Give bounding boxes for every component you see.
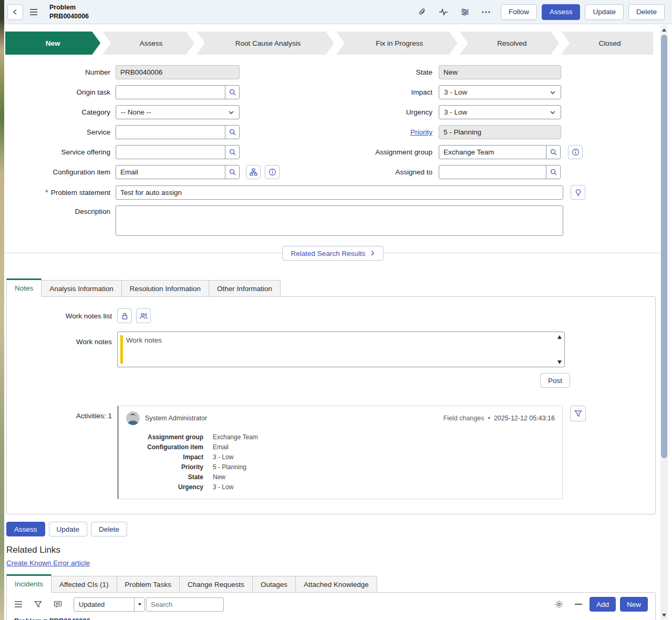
list-sort-select[interactable]: Updated (74, 597, 145, 612)
description-field[interactable] (116, 205, 563, 236)
stage-closed[interactable]: Closed (561, 32, 653, 55)
origin-task-field[interactable] (116, 85, 225, 99)
category-value: -- None -- (121, 108, 225, 116)
scrollbar-up-icon[interactable] (660, 26, 668, 34)
change-value: 5 - Planning (213, 462, 246, 472)
suggestion-button[interactable] (571, 185, 585, 200)
record-type: Problem (49, 3, 89, 12)
scrollbar-down-icon[interactable] (660, 612, 668, 619)
impact-value: 3 - Low (444, 88, 546, 96)
service-lookup-button[interactable] (225, 125, 240, 139)
add-button[interactable]: Add (590, 597, 616, 612)
change-value: New (213, 472, 225, 482)
tab-notes[interactable]: Notes (6, 278, 42, 297)
problem-form-window: Problem PRB0040006 Follow Assess Update … (4, 0, 672, 620)
related-search-results-button[interactable]: Related Search Results (282, 246, 384, 261)
update-button-footer[interactable]: Update (49, 522, 88, 536)
change-field: Assignment group (126, 432, 203, 442)
search-icon (550, 168, 557, 176)
list-settings-gear-icon[interactable] (555, 600, 563, 608)
delete-button-footer[interactable]: Delete (91, 522, 127, 536)
activity-filter-button[interactable] (570, 406, 586, 421)
update-button[interactable]: Update (585, 4, 624, 20)
assignment-group-field[interactable] (439, 145, 546, 159)
urgency-select[interactable]: 3 - Low (439, 105, 561, 119)
post-button[interactable]: Post (540, 373, 570, 388)
stage-assess[interactable]: Assess (102, 32, 194, 55)
change-value: Exchange Team (213, 432, 258, 442)
list-search-input[interactable] (146, 597, 224, 612)
state-label: State (326, 68, 439, 76)
more-options-icon[interactable] (482, 11, 490, 13)
service-offering-field[interactable] (116, 145, 225, 159)
scrollbar-thumb[interactable] (661, 35, 667, 458)
new-button[interactable]: New (620, 597, 648, 612)
assigned-to-label: Assigned to (326, 168, 439, 176)
assigned-to-lookup-button[interactable] (546, 165, 561, 179)
tab-other-information[interactable]: Other Information (209, 280, 281, 297)
tab-problem-tasks[interactable]: Problem Tasks (117, 576, 180, 593)
work-notes-private-button[interactable] (117, 308, 132, 323)
impact-select[interactable]: 3 - Low (439, 85, 561, 99)
personalize-form-icon[interactable] (461, 8, 469, 16)
priority-field[interactable] (439, 125, 561, 139)
stage-resolved[interactable]: Resolved (460, 32, 560, 55)
follow-button[interactable]: Follow (501, 4, 537, 20)
search-icon (229, 128, 236, 136)
problem-statement-field[interactable] (116, 185, 563, 200)
tab-attached-knowledge[interactable]: Attached Knowledge (296, 576, 377, 593)
avatar (126, 411, 140, 425)
tab-affected-cis[interactable]: Affected CIs (1) (51, 576, 117, 593)
activity-stream-icon[interactable] (439, 8, 448, 16)
stage-fix-in-progress[interactable]: Fix in Progress (336, 32, 458, 55)
tab-outages[interactable]: Outages (253, 576, 296, 593)
incidents-list: Updated Add New Problem = PRB0040006 (6, 592, 656, 620)
chevron-down-icon (550, 90, 556, 95)
dependency-view-button[interactable] (246, 165, 261, 179)
chevron-left-icon (12, 8, 19, 16)
stage-root-cause-analysis[interactable]: Root Cause Analysis (197, 32, 334, 55)
list-breadcrumb[interactable]: Problem = PRB0040006 (14, 617, 648, 620)
category-select[interactable]: -- None -- (116, 105, 240, 119)
work-notes-field[interactable] (118, 332, 564, 367)
process-flow: New Assess Root Cause Analysis Fix in Pr… (5, 32, 653, 55)
service-field[interactable] (116, 125, 225, 139)
info-icon (572, 148, 580, 156)
delete-button[interactable]: Delete (628, 4, 665, 20)
configuration-item-lookup-button[interactable] (225, 165, 240, 179)
stage-new[interactable]: New (5, 32, 100, 55)
context-menu-icon[interactable] (29, 8, 38, 16)
funnel-icon (574, 410, 582, 417)
state-field[interactable] (439, 65, 561, 79)
assess-button-footer[interactable]: Assess (6, 522, 45, 536)
priority-label-link[interactable]: Priority (410, 128, 432, 136)
chevron-down-icon (550, 110, 556, 115)
work-notes-audience-button[interactable] (136, 308, 151, 323)
scroll-up-icon[interactable] (556, 333, 563, 340)
service-offering-lookup-button[interactable] (225, 145, 240, 159)
list-chat-icon[interactable] (54, 601, 62, 608)
form-fields: Number Origin task Category -- Non (5, 65, 660, 185)
tab-analysis-information[interactable]: Analysis Information (42, 280, 122, 297)
assignment-group-lookup-button[interactable] (546, 145, 561, 159)
origin-task-lookup-button[interactable] (225, 85, 240, 99)
create-known-error-link[interactable]: Create Known Error article (6, 559, 90, 567)
number-field[interactable] (116, 65, 240, 79)
assigned-to-field[interactable] (439, 165, 546, 179)
tab-resolution-information[interactable]: Resolution Information (122, 280, 209, 297)
configuration-item-info-button[interactable] (265, 165, 280, 179)
configuration-item-field[interactable] (116, 165, 225, 179)
back-button[interactable] (7, 4, 23, 20)
list-filter-icon[interactable] (34, 601, 42, 608)
attachment-icon[interactable] (418, 8, 426, 16)
tab-change-requests[interactable]: Change Requests (180, 576, 253, 593)
origin-task-label: Origin task (5, 88, 116, 96)
list-menu-icon[interactable] (14, 601, 23, 608)
vertical-scrollbar[interactable] (660, 25, 668, 620)
scroll-down-icon[interactable] (556, 358, 563, 366)
list-minimize-icon[interactable] (575, 604, 582, 605)
tab-incidents[interactable]: Incidents (6, 574, 51, 593)
activity-author: System Administrator (145, 415, 207, 422)
assignment-group-info-button[interactable] (568, 145, 583, 159)
assess-button[interactable]: Assess (542, 4, 581, 20)
